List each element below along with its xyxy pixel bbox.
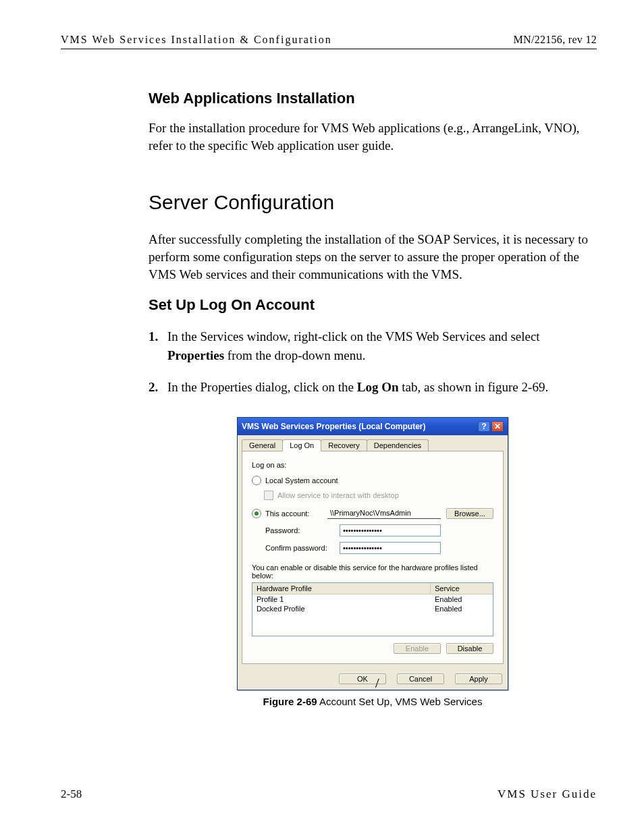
cancel-button[interactable]: Cancel: [397, 673, 444, 684]
step-1: 1. In the Services window, right-click o…: [149, 327, 597, 364]
page-number: 2-58: [61, 788, 82, 801]
profile-status: Enabled: [431, 595, 493, 604]
disable-button[interactable]: Disable: [446, 643, 493, 654]
profiles-list[interactable]: Hardware Profile Service Profile 1 Enabl…: [252, 582, 493, 636]
tab-logon[interactable]: Log On: [282, 439, 321, 451]
step-2: 2. In the Properties dialog, click on th…: [149, 378, 597, 397]
step-2-text-c: tab, as shown in figure 2-69.: [399, 380, 549, 394]
tab-dependencies[interactable]: Dependencies: [367, 439, 429, 451]
figure-label: Figure 2-69: [263, 696, 317, 707]
running-head-left: VMS Web Services Installation & Configur…: [61, 34, 332, 46]
step-2-text-a: In the Properties dialog, click on the: [167, 380, 357, 394]
help-icon[interactable]: ?: [478, 421, 490, 432]
profile-status: Enabled: [431, 604, 493, 613]
properties-dialog: VMS Web Services Properties (Local Compu…: [237, 417, 508, 690]
close-icon[interactable]: ✕: [491, 421, 504, 432]
heading-setup-logon: Set Up Log On Account: [149, 296, 597, 314]
running-head-right: MN/22156, rev 12: [514, 34, 597, 46]
dialog-titlebar[interactable]: VMS Web Services Properties (Local Compu…: [238, 418, 508, 435]
dialog-tabs: General Log On Recovery Dependencies: [238, 435, 508, 451]
radio-local-system[interactable]: [252, 476, 261, 485]
para-server-config: After successfully completing the instal…: [149, 231, 597, 283]
checkbox-allow-interact: [264, 491, 273, 500]
browse-button[interactable]: Browse...: [446, 508, 493, 519]
confirm-password-label: Confirm password:: [252, 544, 340, 552]
this-account-label: This account:: [265, 509, 327, 518]
step-1-bold: Properties: [167, 348, 224, 362]
ok-button[interactable]: OK: [339, 673, 386, 684]
profile-row[interactable]: Profile 1 Enabled: [252, 595, 493, 604]
figure-caption: Figure 2-69 Account Set Up, VMS Web Serv…: [149, 696, 597, 707]
radio-this-account[interactable]: [252, 509, 261, 518]
para-web-apps: For the installation procedure for VMS W…: [149, 119, 597, 154]
col-hardware-profile[interactable]: Hardware Profile: [252, 583, 431, 595]
col-service[interactable]: Service: [431, 583, 493, 595]
header-rule: [61, 49, 597, 49]
footer-title: VMS User Guide: [498, 788, 597, 801]
tab-general[interactable]: General: [242, 439, 283, 451]
apply-button[interactable]: Apply: [455, 673, 502, 684]
heading-web-apps: Web Applications Installation: [149, 90, 597, 107]
step-1-number: 1.: [149, 327, 158, 346]
step-1-text-c: from the drop-down menu.: [224, 348, 365, 362]
account-input[interactable]: \\PrimaryNoc\VmsAdmin: [327, 508, 441, 519]
local-system-label: Local System account: [265, 476, 338, 485]
enable-button: Enable: [394, 643, 441, 654]
dialog-title: VMS Web Services Properties (Local Compu…: [242, 422, 426, 431]
password-label: Password:: [252, 526, 340, 534]
profiles-text: You can enable or disable this service f…: [252, 563, 493, 580]
logon-as-label: Log on as:: [252, 461, 493, 469]
heading-server-config: Server Configuration: [149, 191, 597, 214]
allow-interact-label: Allow service to interact with desktop: [277, 491, 399, 499]
profile-name: Profile 1: [252, 595, 431, 604]
step-1-text-a: In the Services window, right-click on t…: [167, 329, 540, 343]
dialog-panel: Log on as: Local System account Allow se…: [242, 451, 504, 664]
profile-row[interactable]: Docked Profile Enabled: [252, 604, 493, 613]
step-2-number: 2.: [149, 378, 158, 397]
step-2-bold: Log On: [357, 380, 399, 394]
password-input[interactable]: •••••••••••••••: [340, 524, 441, 536]
confirm-password-input[interactable]: •••••••••••••••: [340, 542, 441, 554]
tab-recovery[interactable]: Recovery: [321, 439, 367, 451]
profile-name: Docked Profile: [252, 604, 431, 613]
figure-text: Account Set Up, VMS Web Services: [317, 696, 483, 707]
